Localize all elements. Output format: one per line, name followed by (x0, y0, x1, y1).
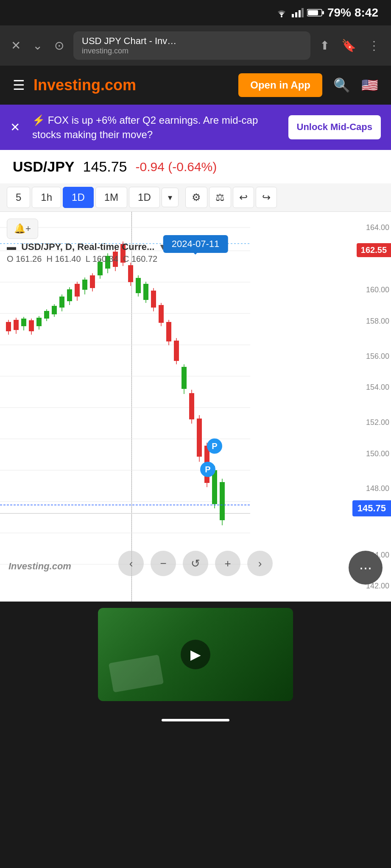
fab-more-btn[interactable]: ··· (349, 551, 383, 585)
timeframe-5-btn[interactable]: 5 (7, 187, 30, 208)
video-panel: ▶ (0, 602, 391, 707)
bottom-nav-indicator (162, 719, 229, 721)
browser-bookmark-btn[interactable]: 🔖 (339, 36, 359, 55)
svg-rect-7 (308, 10, 318, 15)
chart-undo-btn[interactable]: ↩ (233, 187, 254, 208)
chart-refresh-btn[interactable]: ↺ (183, 551, 208, 576)
clock-time: 8:42 (355, 6, 378, 19)
banner-cta-button[interactable]: Unlock Mid-Caps (288, 115, 381, 139)
chart-redo-btn[interactable]: ↪ (256, 187, 277, 208)
timeframe-1d-btn[interactable]: 1D (63, 187, 94, 208)
browser-location-icon: ⊙ (52, 36, 67, 55)
chart-settings-btn[interactable]: ⚙ (185, 187, 207, 208)
chart-container: 5 1h 1D 1M 1D ▾ ⚙ ⚖ ↩ ↪ 🔔+ ▬ USD/JPY, D,… (0, 183, 391, 602)
svg-rect-1 (292, 14, 294, 17)
svg-rect-6 (322, 11, 324, 14)
chart-alert-btn[interactable]: 🔔+ (7, 219, 38, 239)
chart-nav-prev-btn[interactable]: ‹ (118, 551, 144, 576)
country-flag-icon[interactable]: 🇺🇸 (361, 77, 378, 93)
price-header: USD/JPY 145.75 -0.94 (-0.64%) (0, 150, 391, 183)
timeframe-1m-btn[interactable]: 1M (95, 187, 127, 208)
chart-ohlc: O 161.26 H 161.40 L 160.34 C 160.72 (7, 254, 194, 264)
status-bar: 79% 8:42 (0, 0, 391, 25)
svg-rect-30 (36, 318, 42, 326)
chart-bottom-controls: ‹ − ↺ + › (0, 551, 391, 576)
svg-rect-38 (67, 289, 72, 301)
svg-rect-40 (75, 284, 80, 297)
svg-rect-4 (302, 8, 304, 17)
chart-zoom-out-btn[interactable]: − (151, 551, 176, 576)
svg-rect-62 (159, 305, 164, 323)
logo-domain: .com (101, 76, 136, 94)
timeframe-1d-second-btn[interactable]: 1D (129, 187, 160, 208)
bottom-nav (0, 707, 391, 733)
banner-close-btn[interactable]: ✕ (10, 120, 25, 134)
site-header: ☰ Investing.com Open in App 🔍 🇺🇸 (0, 66, 391, 105)
promo-banner: ✕ ⚡ FOX is up +6% after Q2 earnings. Are… (0, 105, 391, 150)
svg-rect-34 (52, 306, 57, 314)
browser-close-btn[interactable]: ✕ (8, 36, 23, 55)
browser-domain: investing.com (82, 47, 302, 55)
signal-icon (292, 8, 304, 17)
battery-percentage: 79% (327, 6, 351, 19)
p-marker-2: P (200, 462, 215, 477)
svg-rect-22 (6, 322, 11, 331)
svg-rect-26 (21, 319, 26, 326)
svg-rect-24 (14, 320, 19, 330)
search-icon[interactable]: 🔍 (331, 75, 353, 96)
logo-text: Investing (34, 76, 101, 94)
price-highlight-162: 162.55 (357, 243, 391, 257)
price-change-value: -0.94 (-0.64%) (136, 160, 217, 174)
minus-icon: ▬ (7, 241, 16, 252)
ohlc-close: 160.72 (131, 254, 157, 263)
video-thumbnail[interactable]: ▶ (98, 608, 293, 701)
status-icons: 79% 8:42 (275, 6, 378, 19)
currency-pair-label: USD/JPY (13, 158, 75, 175)
play-icon: ▶ (190, 646, 201, 663)
ohlc-open: 161.26 (16, 254, 42, 263)
ohlc-low: 160.34 (92, 254, 118, 263)
chart-nav-next-btn[interactable]: › (247, 551, 273, 576)
price-change-pct: (-0.64%) (168, 160, 217, 174)
svg-rect-32 (44, 311, 49, 319)
chart-date-tooltip: 2024-07-11 (163, 235, 228, 253)
browser-chrome: ✕ ⌄ ⊙ USD JPY Chart - Inv… investing.com… (0, 25, 391, 66)
battery-icon (307, 8, 324, 17)
timeframe-1h-btn[interactable]: 1h (32, 187, 61, 208)
svg-rect-77 (212, 470, 217, 504)
svg-rect-79 (220, 482, 225, 520)
svg-point-0 (281, 16, 282, 17)
svg-rect-64 (166, 322, 171, 341)
svg-rect-58 (143, 284, 148, 300)
svg-rect-2 (295, 12, 297, 17)
svg-rect-60 (151, 291, 156, 308)
p-marker-1: P (207, 438, 222, 454)
timeframe-more-btn[interactable]: ▾ (162, 188, 179, 207)
candlestick-chart-svg (0, 212, 254, 602)
svg-rect-73 (197, 419, 202, 457)
svg-rect-3 (299, 10, 301, 17)
chart-area[interactable]: 🔔+ ▬ USD/JPY, D, Real-time Curre... ▾ ⊡ … (0, 212, 391, 602)
hamburger-menu-btn[interactable]: ☰ (13, 77, 25, 93)
svg-rect-71 (189, 393, 194, 419)
site-logo: Investing.com (34, 76, 230, 94)
browser-more-btn[interactable]: ⋮ (366, 36, 383, 55)
open-in-app-button[interactable]: Open in App (238, 73, 322, 97)
ohlc-high: 161.40 (55, 254, 81, 263)
video-play-btn[interactable]: ▶ (181, 640, 210, 669)
browser-page-title: USD JPY Chart - Inv… (82, 36, 302, 47)
chart-compare-btn[interactable]: ⚖ (209, 187, 231, 208)
browser-url-bar[interactable]: USD JPY Chart - Inv… investing.com (73, 31, 310, 60)
chart-zoom-in-btn[interactable]: + (215, 551, 240, 576)
svg-rect-69 (182, 367, 187, 389)
bell-icon: 🔔+ (14, 223, 31, 234)
svg-rect-44 (90, 275, 95, 288)
svg-rect-66 (174, 341, 179, 361)
banner-text: ⚡ FOX is up +6% after Q2 earnings. Are m… (32, 113, 282, 141)
browser-tabs-btn[interactable]: ⌄ (30, 36, 45, 55)
browser-share-btn[interactable]: ⬆ (317, 36, 332, 55)
current-price-value: 145.75 (83, 158, 127, 175)
svg-rect-28 (29, 320, 34, 331)
svg-rect-42 (82, 280, 87, 290)
current-price-label: 145.75 (352, 500, 391, 516)
